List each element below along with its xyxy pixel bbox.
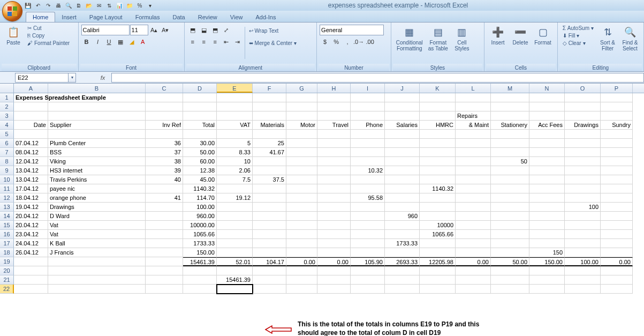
cell-F22[interactable] [253, 285, 286, 294]
cell-L16[interactable] [456, 230, 491, 239]
cell-B6[interactable]: Plumb Center [48, 139, 146, 148]
font-name-combo[interactable]: Calibri [81, 25, 130, 35]
cell-P16[interactable] [601, 230, 633, 239]
tab-add-ins[interactable]: Add-Ins [249, 12, 282, 22]
cell-E10[interactable]: 7.5 [217, 175, 253, 184]
cell-G12[interactable] [286, 193, 317, 203]
cell-B5[interactable] [48, 130, 146, 139]
fx-icon[interactable]: fx [97, 74, 108, 81]
cell-G15[interactable] [286, 221, 317, 230]
cell-L8[interactable] [456, 157, 491, 166]
cell-H11[interactable] [317, 184, 351, 193]
cell-H15[interactable] [317, 221, 351, 230]
cell-K20[interactable] [420, 266, 456, 275]
border-button[interactable]: ▦ [115, 36, 126, 47]
cell-P17[interactable] [601, 239, 633, 248]
cell-I22[interactable] [351, 285, 385, 294]
cell-B22[interactable] [48, 285, 146, 294]
cell-E1[interactable] [217, 93, 253, 102]
decrease-indent-button[interactable]: ⇤ [221, 36, 232, 47]
cell-N19[interactable]: 150.00 [529, 257, 565, 266]
cell-H18[interactable] [317, 248, 351, 257]
cell-H1[interactable] [317, 93, 351, 102]
cell-L9[interactable] [456, 166, 491, 175]
cell-B14[interactable]: D Ward [48, 212, 146, 221]
cell-J13[interactable] [385, 203, 420, 212]
copy-button[interactable]: ⎘Copy [25, 32, 72, 39]
cell-N1[interactable] [529, 93, 565, 102]
format-cells-button[interactable]: ▢Format [532, 25, 554, 47]
cell-M4[interactable]: Stationery [491, 121, 529, 130]
cell-N15[interactable] [529, 221, 565, 230]
cell-K22[interactable] [420, 285, 456, 294]
cell-L1[interactable] [456, 93, 491, 102]
cell-P22[interactable] [601, 285, 633, 294]
cell-F16[interactable] [253, 230, 286, 239]
cell-M8[interactable]: 50 [491, 157, 529, 166]
cell-C14[interactable] [146, 212, 183, 221]
cell-A4[interactable]: Date [14, 121, 48, 130]
qat-print-icon[interactable]: 🖶 [54, 1, 63, 10]
cell-O22[interactable] [565, 285, 601, 294]
col-header-P[interactable]: P [601, 84, 633, 93]
row-header-16[interactable]: 16 [0, 230, 14, 239]
cell-E12[interactable]: 19.12 [217, 193, 253, 203]
cell-J15[interactable] [385, 221, 420, 230]
cell-B12[interactable]: orange phone [48, 193, 146, 203]
cell-C11[interactable] [146, 184, 183, 193]
cell-O8[interactable] [565, 157, 601, 166]
cell-I1[interactable] [351, 93, 385, 102]
cell-O7[interactable] [565, 148, 601, 157]
cell-F9[interactable] [253, 166, 286, 175]
cell-P4[interactable]: Sundry [601, 121, 633, 130]
cell-K3[interactable] [420, 111, 456, 121]
cell-I8[interactable] [351, 157, 385, 166]
cell-C1[interactable] [146, 93, 183, 102]
row-header-9[interactable]: 9 [0, 166, 14, 175]
cell-J11[interactable] [385, 184, 420, 193]
cell-J16[interactable] [385, 230, 420, 239]
align-middle-button[interactable]: ⬓ [199, 25, 209, 35]
cell-D18[interactable]: 150.00 [183, 248, 217, 257]
cell-K16[interactable]: 1065.66 [420, 230, 456, 239]
name-box[interactable]: E22 [15, 73, 69, 83]
cell-D12[interactable]: 114.70 [183, 193, 217, 203]
paste-button[interactable]: 📋 Paste [3, 25, 24, 47]
cell-K2[interactable] [420, 102, 456, 111]
cell-E2[interactable] [217, 102, 253, 111]
cell-M6[interactable] [491, 139, 529, 148]
align-left-button[interactable]: ≡ [187, 36, 198, 47]
cell-K21[interactable] [420, 275, 456, 285]
col-header-E[interactable]: E [217, 84, 253, 93]
cell-F13[interactable] [253, 203, 286, 212]
merge-center-button[interactable]: ⬌Merge & Center ▾ [247, 40, 299, 47]
cell-O17[interactable] [565, 239, 601, 248]
cell-L20[interactable] [456, 266, 491, 275]
cell-F15[interactable] [253, 221, 286, 230]
cell-B7[interactable]: BSS [48, 148, 146, 157]
cell-J19[interactable]: 2693.33 [385, 257, 420, 266]
cell-G14[interactable] [286, 212, 317, 221]
cell-K19[interactable]: 12205.98 [420, 257, 456, 266]
cell-D5[interactable] [183, 130, 217, 139]
cell-P8[interactable] [601, 157, 633, 166]
cell-N14[interactable] [529, 212, 565, 221]
cell-O21[interactable] [565, 275, 601, 285]
cell-K17[interactable] [420, 239, 456, 248]
cell-D10[interactable]: 45.00 [183, 175, 217, 184]
cell-A1[interactable]: Expenses Spreadsheet Example [14, 93, 48, 102]
qat-save-icon[interactable]: 💾 [24, 1, 32, 10]
qat-open-icon[interactable]: 📂 [85, 1, 93, 10]
cell-O2[interactable] [565, 102, 601, 111]
cell-C22[interactable] [146, 285, 183, 294]
select-all-corner[interactable] [0, 84, 14, 93]
cell-F19[interactable]: 104.17 [253, 257, 286, 266]
cell-D2[interactable] [183, 102, 217, 111]
cell-I12[interactable]: 95.58 [351, 193, 385, 203]
cell-I17[interactable] [351, 239, 385, 248]
row-header-14[interactable]: 14 [0, 212, 14, 221]
row-header-2[interactable]: 2 [0, 102, 14, 111]
tab-view[interactable]: View [224, 12, 249, 22]
increase-indent-button[interactable]: ⇥ [232, 36, 243, 47]
cell-styles-button[interactable]: ▥Cell Styles [451, 25, 473, 53]
